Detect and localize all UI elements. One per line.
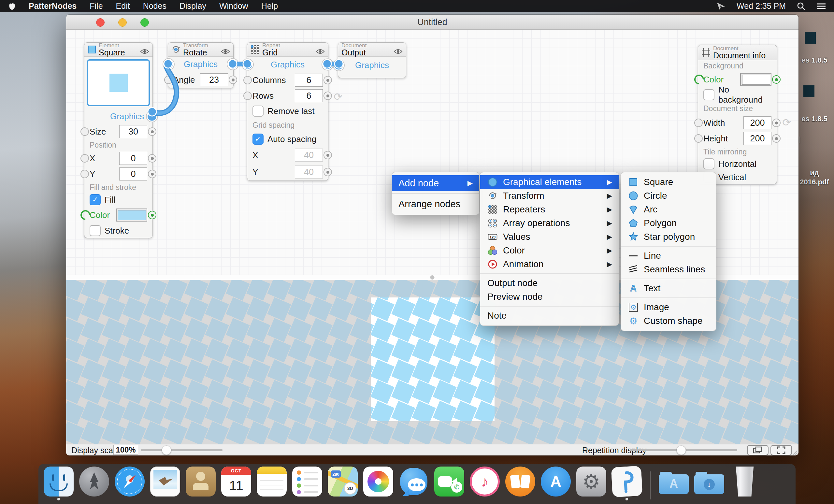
menubar-clock[interactable]: Wed 2:35 PM	[737, 1, 786, 11]
dock-maps-icon[interactable]: 2803D	[328, 466, 358, 497]
menu-item-polygon[interactable]: Polygon	[621, 216, 716, 230]
visibility-eye-icon[interactable]	[394, 47, 403, 57]
display-scaling-slider-thumb[interactable]	[161, 445, 171, 455]
menu-item-line[interactable]: Line	[621, 249, 716, 263]
menu-item-custom-shape[interactable]: ⚙ Custom shape	[621, 314, 716, 328]
desktop-pdf-icon[interactable]	[799, 137, 799, 143]
dock-patternodes-icon[interactable]	[611, 466, 643, 498]
graphics-input-port[interactable]	[333, 60, 344, 71]
visibility-eye-icon[interactable]	[140, 47, 149, 57]
window-resize-grip[interactable]	[791, 448, 798, 455]
x-input-port[interactable]	[81, 154, 89, 162]
node-preview-thumbnail[interactable]	[87, 59, 150, 106]
y-output-port[interactable]	[148, 170, 156, 178]
x-field[interactable]: 0	[119, 152, 147, 165]
background-color-output-port[interactable]	[772, 75, 781, 84]
spacing-y-field[interactable]: 40	[295, 166, 323, 178]
y-input-port[interactable]	[81, 170, 89, 178]
fill-color-swatch[interactable]	[116, 209, 147, 222]
menu-item-arc[interactable]: Arc	[621, 203, 716, 216]
menu-item-color[interactable]: Color▶	[480, 244, 619, 257]
color-output-port[interactable]	[148, 211, 156, 219]
rows-output-port[interactable]	[324, 91, 332, 100]
fullscreen-button[interactable]	[770, 445, 792, 456]
columns-input-port[interactable]	[243, 76, 252, 84]
node-element-square[interactable]: ElementSquare Graphics Size 30 Position …	[84, 42, 153, 238]
node-header[interactable]: DocumentDocument info	[698, 45, 777, 60]
graphics-output-port[interactable]	[147, 111, 157, 122]
dock-applications-folder-icon[interactable]: A	[659, 466, 689, 497]
dock-system-preferences-icon[interactable]: ⚙	[576, 466, 606, 497]
menu-window[interactable]: Window	[219, 1, 248, 11]
rows-input-port[interactable]	[243, 91, 252, 100]
columns-field[interactable]: 6	[295, 74, 323, 87]
menu-item-output-node[interactable]: Output node	[480, 276, 619, 290]
node-document-info[interactable]: DocumentDocument info Background Color N…	[698, 45, 777, 184]
graphics-input-port[interactable]	[163, 59, 174, 70]
dock-reminders-icon[interactable]	[292, 466, 322, 497]
menubar-app-name[interactable]: PatterNodes	[29, 1, 76, 11]
menu-item-arrange-nodes[interactable]: Arrange nodes	[392, 196, 479, 212]
dock-facetime-icon[interactable]: ✆	[434, 466, 464, 497]
auto-spacing-checkbox[interactable]	[253, 134, 264, 145]
visibility-eye-icon[interactable]	[221, 47, 230, 57]
menu-item-circle[interactable]: Circle	[621, 189, 716, 203]
menu-display[interactable]: Display	[179, 1, 206, 11]
size-output-port[interactable]	[148, 127, 156, 136]
display-scaling-value[interactable]: 100%	[113, 445, 138, 455]
dock-trash-icon[interactable]	[734, 466, 756, 497]
width-height-link-icon[interactable]: ⟳	[782, 117, 791, 128]
menu-item-values[interactable]: 123 Values▶	[480, 230, 619, 244]
size-input-port[interactable]	[81, 127, 89, 136]
menu-item-animation[interactable]: Animation▶	[480, 257, 619, 271]
menu-item-preview-node[interactable]: Preview node	[480, 290, 619, 304]
size-field[interactable]: 30	[119, 125, 147, 138]
dock-app-store-icon[interactable]: A	[541, 466, 571, 497]
menu-edit[interactable]: Edit	[116, 1, 130, 11]
dock-notes-icon[interactable]	[257, 466, 287, 497]
remove-last-checkbox[interactable]	[253, 106, 264, 117]
graphics-output-port[interactable]	[227, 59, 238, 70]
dock-safari-icon[interactable]	[115, 466, 145, 497]
dock-launchpad-icon[interactable]	[79, 466, 109, 497]
menu-item-star-polygon[interactable]: Star polygon	[621, 230, 716, 244]
menu-item-repeaters[interactable]: Repeaters▶	[480, 203, 619, 216]
rows-field[interactable]: 6	[295, 89, 323, 102]
dock-ibooks-icon[interactable]	[505, 466, 535, 497]
dock-calendar-icon[interactable]: OCT11	[221, 466, 251, 497]
angle-input-port[interactable]	[164, 75, 173, 84]
menu-file[interactable]: File	[90, 1, 103, 11]
node-header[interactable]: RepeatGrid	[247, 43, 328, 57]
menu-item-seamless-lines[interactable]: Seamless lines	[621, 263, 716, 276]
columns-output-port[interactable]	[324, 76, 332, 84]
width-input-port[interactable]	[694, 118, 703, 127]
stroke-checkbox[interactable]	[90, 225, 101, 236]
apple-menu-icon[interactable]	[8, 2, 16, 10]
dock-downloads-folder-icon[interactable]: ↓	[694, 466, 724, 497]
no-background-checkbox[interactable]	[703, 89, 715, 100]
menu-help[interactable]: Help	[261, 1, 278, 11]
dock-messages-icon[interactable]	[399, 466, 429, 497]
node-repeat-grid[interactable]: RepeatGrid Graphics Columns 6 Rows 6 ⟳	[247, 42, 328, 181]
visibility-eye-icon[interactable]	[316, 47, 325, 57]
menu-item-note[interactable]: Note	[480, 309, 619, 323]
graphics-output-port[interactable]	[322, 59, 333, 70]
spacing-x-field[interactable]: 40	[295, 149, 323, 161]
spacing-x-output-port[interactable]	[324, 151, 332, 159]
dock-photos-icon[interactable]	[363, 466, 393, 497]
node-header[interactable]: TransformRotate	[168, 43, 233, 57]
menu-nodes[interactable]: Nodes	[143, 1, 167, 11]
menu-item-transform[interactable]: Transform▶	[480, 189, 619, 203]
width-output-port[interactable]	[772, 118, 781, 127]
width-field[interactable]: 200	[743, 116, 771, 129]
dock-mail-icon[interactable]	[150, 466, 180, 497]
dock-itunes-icon[interactable]: ♪	[470, 466, 500, 497]
menu-item-add-node[interactable]: Add node▶	[392, 175, 479, 191]
spacing-y-output-port[interactable]	[324, 168, 332, 176]
angle-field[interactable]: 23	[200, 73, 228, 86]
node-header[interactable]: ElementSquare	[84, 43, 152, 57]
repetition-display-slider-thumb[interactable]	[677, 445, 686, 455]
height-field[interactable]: 200	[743, 132, 771, 145]
divider-handle[interactable]	[430, 275, 435, 280]
repetition-display-slider[interactable]	[630, 449, 737, 451]
